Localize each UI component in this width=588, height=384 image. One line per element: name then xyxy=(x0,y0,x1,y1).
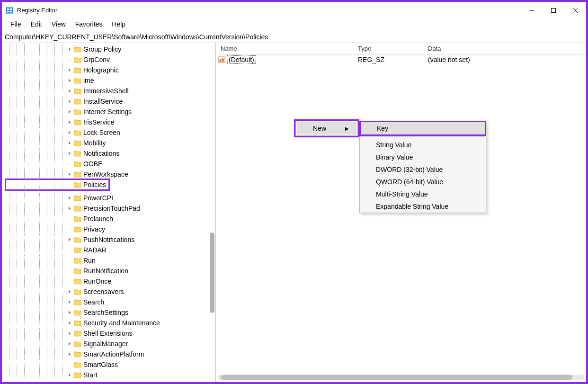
chevron-right-icon[interactable] xyxy=(66,206,73,210)
tree-item-label: Internet Settings xyxy=(83,107,134,117)
menu-edit[interactable]: Edit xyxy=(26,19,47,29)
tree-item[interactable]: SmartGlass xyxy=(6,359,215,370)
tree-item[interactable]: OOBE xyxy=(6,159,215,169)
tree-item[interactable]: GrpConv xyxy=(6,54,215,65)
chevron-right-icon[interactable] xyxy=(66,79,73,82)
menu-view[interactable]: View xyxy=(47,19,71,29)
tree-item[interactable]: PrecisionTouchPad xyxy=(6,203,215,214)
menu-favorites[interactable]: Favorites xyxy=(71,19,107,29)
chevron-right-icon[interactable] xyxy=(66,373,73,377)
chevron-right-icon[interactable] xyxy=(66,321,73,325)
list-row[interactable]: ab (Default) REG_SZ (value not set) xyxy=(216,54,586,65)
folder-icon xyxy=(74,215,81,222)
tree-item[interactable]: Run xyxy=(6,255,215,266)
chevron-right-icon[interactable] xyxy=(66,68,73,72)
chevron-right-icon[interactable] xyxy=(66,196,73,200)
value-type: REG_SZ xyxy=(353,56,423,63)
context-item-new[interactable]: New ▶ xyxy=(297,122,356,134)
minimize-button[interactable] xyxy=(521,2,543,18)
maximize-button[interactable] xyxy=(543,2,564,18)
address-bar[interactable]: Computer\HKEY_CURRENT_USER\Software\Micr… xyxy=(2,31,586,43)
tree-item[interactable]: Start xyxy=(6,370,215,380)
context-item[interactable]: DWORD (32-bit) Value xyxy=(360,163,486,176)
svg-rect-4 xyxy=(10,11,12,12)
col-data[interactable]: Data xyxy=(423,43,586,54)
folder-icon xyxy=(74,67,81,73)
tree-item-label: SmartGlass xyxy=(83,359,120,370)
svg-rect-3 xyxy=(7,11,9,12)
tree-item[interactable]: Privacy xyxy=(6,224,215,234)
folder-icon xyxy=(74,340,81,347)
tree-item[interactable]: SmartActionPlatform xyxy=(6,349,215,359)
chevron-right-icon[interactable] xyxy=(66,342,73,346)
folder-icon xyxy=(74,320,81,326)
folder-icon xyxy=(74,119,81,125)
chevron-right-icon[interactable] xyxy=(66,331,73,335)
tree-item[interactable]: RunNotification xyxy=(6,266,215,276)
tree-item[interactable]: IrisService xyxy=(6,117,215,127)
tree-item[interactable]: SignalManager xyxy=(6,339,215,349)
tree-item[interactable]: Prelaunch xyxy=(6,214,215,224)
tree-item[interactable]: Notifications xyxy=(6,148,215,159)
chevron-right-icon[interactable] xyxy=(66,47,73,51)
menu-help[interactable]: Help xyxy=(107,19,130,29)
tree-item-label: SearchSettings xyxy=(83,307,130,318)
context-item[interactable]: Key xyxy=(361,122,485,134)
value-data: (value not set) xyxy=(423,56,586,63)
chevron-right-icon[interactable] xyxy=(66,172,73,176)
folder-icon xyxy=(74,309,81,316)
context-item[interactable]: Multi-String Value xyxy=(360,188,486,200)
tree-item[interactable]: Shell Extensions xyxy=(6,328,215,339)
tree-scrollbar[interactable] xyxy=(210,232,214,313)
chevron-right-icon[interactable] xyxy=(66,311,73,314)
tree-item[interactable]: PushNotifications xyxy=(6,234,215,245)
tree-item[interactable]: Search xyxy=(6,297,215,307)
tree-item[interactable]: SearchSettings xyxy=(6,307,215,318)
chevron-right-icon[interactable] xyxy=(66,110,73,114)
close-button[interactable] xyxy=(564,2,586,18)
tree-item[interactable]: Group Policy xyxy=(6,44,215,54)
tree-item-label: ImmersiveShell xyxy=(83,86,131,96)
app-title: Registry Editor xyxy=(17,7,57,14)
context-item[interactable]: Expandable String Value xyxy=(360,200,486,213)
context-item[interactable]: String Value xyxy=(360,139,486,151)
tree-item[interactable]: PenWorkspace xyxy=(6,169,215,179)
col-type[interactable]: Type xyxy=(353,43,423,54)
chevron-right-icon[interactable] xyxy=(66,89,73,93)
chevron-right-icon[interactable] xyxy=(66,141,73,145)
tree-item[interactable]: Mobility xyxy=(6,138,215,148)
titlebar: Registry Editor xyxy=(2,2,586,18)
chevron-right-icon[interactable] xyxy=(66,131,73,134)
chevron-right-icon[interactable] xyxy=(66,300,73,304)
col-name[interactable]: Name xyxy=(216,43,353,54)
chevron-right-icon[interactable] xyxy=(66,352,73,356)
list-horizontal-scrollbar[interactable] xyxy=(218,375,584,380)
tree-item[interactable]: ImmersiveShell xyxy=(6,86,215,96)
chevron-right-icon[interactable] xyxy=(66,290,73,294)
tree-item[interactable]: RunOnce xyxy=(6,276,215,286)
main-area: Group PolicyGrpConvHolographicimeImmersi… xyxy=(2,43,586,382)
scrollbar-thumb[interactable] xyxy=(221,375,572,380)
tree-item[interactable]: Lock Screen xyxy=(6,127,215,138)
context-item[interactable]: Binary Value xyxy=(360,151,486,163)
menu-file[interactable]: File xyxy=(6,19,26,29)
context-separator xyxy=(360,136,485,137)
tree-item-label: Search xyxy=(83,297,106,307)
tree-item[interactable]: RADAR xyxy=(6,245,215,255)
chevron-right-icon[interactable] xyxy=(66,99,73,103)
chevron-right-icon[interactable] xyxy=(66,120,73,124)
tree-item[interactable]: Security and Maintenance xyxy=(6,318,215,328)
tree-item[interactable]: Internet Settings xyxy=(6,107,215,117)
chevron-right-icon[interactable] xyxy=(66,152,73,155)
tree-item[interactable]: PowerCPL xyxy=(6,193,215,203)
tree-item[interactable]: ime xyxy=(6,75,215,86)
chevron-right-icon[interactable] xyxy=(66,238,73,241)
context-item-label: Binary Value xyxy=(376,153,413,161)
tree-item[interactable]: Screensavers xyxy=(6,286,215,297)
folder-icon xyxy=(74,299,81,305)
tree-item[interactable]: Holographic xyxy=(6,65,215,75)
tree-item[interactable]: Policies xyxy=(6,179,109,190)
context-item[interactable]: QWORD (64-bit) Value xyxy=(360,176,486,188)
svg-rect-1 xyxy=(7,9,9,10)
tree-item[interactable]: InstallService xyxy=(6,96,215,107)
